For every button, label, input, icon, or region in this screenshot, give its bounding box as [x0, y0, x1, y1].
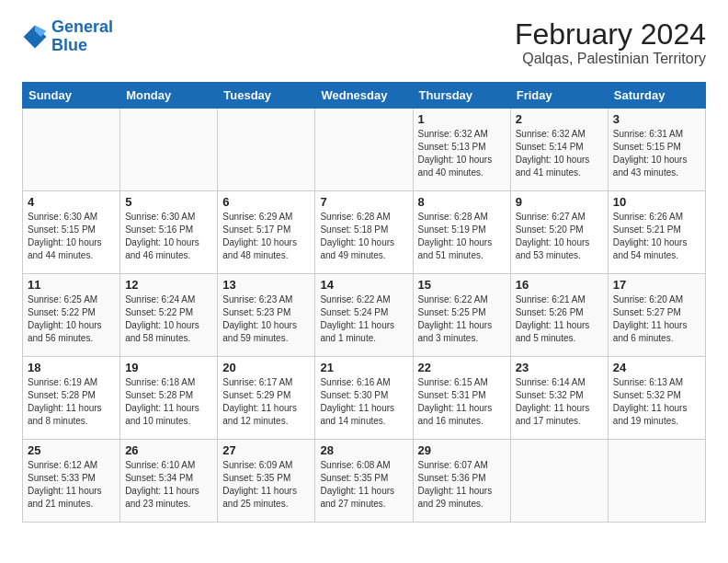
day-info: Sunrise: 6:25 AMSunset: 5:22 PMDaylight:…	[28, 293, 115, 345]
day-cell: 26Sunrise: 6:10 AMSunset: 5:34 PMDayligh…	[120, 440, 218, 523]
day-number: 18	[28, 361, 115, 374]
day-info: Sunrise: 6:30 AMSunset: 5:15 PMDaylight:…	[28, 211, 115, 262]
day-number: 21	[320, 361, 407, 374]
day-number: 13	[222, 278, 310, 292]
day-info: Sunrise: 6:17 AMSunset: 5:29 PMDaylight:…	[222, 376, 310, 428]
day-number: 19	[125, 361, 212, 374]
day-cell: 14Sunrise: 6:22 AMSunset: 5:24 PMDayligh…	[315, 274, 413, 357]
day-number: 7	[320, 195, 407, 209]
calendar-title: February 2024	[515, 18, 706, 51]
day-info: Sunrise: 6:28 AMSunset: 5:19 PMDaylight:…	[418, 211, 506, 262]
header-tuesday: Tuesday	[218, 83, 315, 109]
header-thursday: Thursday	[413, 83, 510, 109]
day-info: Sunrise: 6:22 AMSunset: 5:25 PMDaylight:…	[418, 293, 506, 345]
day-info: Sunrise: 6:30 AMSunset: 5:16 PMDaylight:…	[125, 211, 212, 262]
day-number: 4	[28, 195, 115, 209]
day-number: 29	[418, 443, 506, 457]
day-info: Sunrise: 6:32 AMSunset: 5:14 PMDaylight:…	[516, 128, 603, 179]
logo-icon	[22, 24, 48, 50]
day-cell: 12Sunrise: 6:24 AMSunset: 5:22 PMDayligh…	[120, 274, 218, 357]
day-cell: 25Sunrise: 6:12 AMSunset: 5:33 PMDayligh…	[23, 440, 120, 523]
title-block: February 2024 Qalqas, Palestinian Territ…	[515, 18, 706, 67]
day-number: 22	[418, 361, 506, 374]
day-info: Sunrise: 6:23 AMSunset: 5:23 PMDaylight:…	[222, 293, 310, 345]
day-cell: 28Sunrise: 6:08 AMSunset: 5:35 PMDayligh…	[315, 440, 413, 523]
day-info: Sunrise: 6:12 AMSunset: 5:33 PMDaylight:…	[28, 459, 115, 511]
header-monday: Monday	[120, 83, 218, 109]
day-info: Sunrise: 6:22 AMSunset: 5:24 PMDaylight:…	[320, 293, 407, 345]
day-cell: 11Sunrise: 6:25 AMSunset: 5:22 PMDayligh…	[23, 274, 120, 357]
calendar-header: Sunday Monday Tuesday Wednesday Thursday…	[23, 83, 706, 109]
day-number: 9	[516, 195, 603, 209]
day-cell: 9Sunrise: 6:27 AMSunset: 5:20 PMDaylight…	[510, 191, 608, 274]
day-cell: 22Sunrise: 6:15 AMSunset: 5:31 PMDayligh…	[413, 357, 510, 440]
day-cell: 7Sunrise: 6:28 AMSunset: 5:18 PMDaylight…	[315, 191, 413, 274]
day-info: Sunrise: 6:32 AMSunset: 5:13 PMDaylight:…	[418, 128, 506, 179]
day-info: Sunrise: 6:13 AMSunset: 5:32 PMDaylight:…	[613, 376, 700, 428]
day-number: 2	[516, 112, 603, 126]
day-number: 24	[613, 361, 700, 374]
day-info: Sunrise: 6:29 AMSunset: 5:17 PMDaylight:…	[222, 211, 310, 262]
calendar-subtitle: Qalqas, Palestinian Territory	[515, 51, 706, 67]
logo: General Blue	[22, 18, 113, 55]
day-cell: 17Sunrise: 6:20 AMSunset: 5:27 PMDayligh…	[608, 274, 705, 357]
week-row-3: 18Sunrise: 6:19 AMSunset: 5:28 PMDayligh…	[23, 357, 706, 440]
day-info: Sunrise: 6:24 AMSunset: 5:22 PMDaylight:…	[125, 293, 212, 345]
day-number: 5	[125, 195, 212, 209]
day-info: Sunrise: 6:27 AMSunset: 5:20 PMDaylight:…	[516, 211, 603, 262]
day-cell	[218, 109, 315, 191]
day-cell: 6Sunrise: 6:29 AMSunset: 5:17 PMDaylight…	[218, 191, 315, 274]
day-cell: 4Sunrise: 6:30 AMSunset: 5:15 PMDaylight…	[23, 191, 120, 274]
day-number: 26	[125, 443, 212, 457]
header-saturday: Saturday	[608, 83, 705, 109]
day-cell: 18Sunrise: 6:19 AMSunset: 5:28 PMDayligh…	[23, 357, 120, 440]
day-cell: 23Sunrise: 6:14 AMSunset: 5:32 PMDayligh…	[510, 357, 608, 440]
day-number: 23	[516, 361, 603, 374]
day-number: 6	[222, 195, 310, 209]
day-cell: 3Sunrise: 6:31 AMSunset: 5:15 PMDaylight…	[608, 109, 705, 191]
week-row-4: 25Sunrise: 6:12 AMSunset: 5:33 PMDayligh…	[23, 440, 706, 523]
day-info: Sunrise: 6:26 AMSunset: 5:21 PMDaylight:…	[613, 211, 700, 262]
header-wednesday: Wednesday	[315, 83, 413, 109]
day-number: 3	[613, 112, 700, 126]
day-cell	[510, 440, 608, 523]
day-cell: 1Sunrise: 6:32 AMSunset: 5:13 PMDaylight…	[413, 109, 510, 191]
day-cell: 27Sunrise: 6:09 AMSunset: 5:35 PMDayligh…	[218, 440, 315, 523]
page-header: General Blue February 2024 Qalqas, Pales…	[22, 18, 706, 67]
day-number: 1	[418, 112, 506, 126]
day-number: 27	[222, 443, 310, 457]
day-info: Sunrise: 6:16 AMSunset: 5:30 PMDaylight:…	[320, 376, 407, 428]
header-friday: Friday	[510, 83, 608, 109]
header-row: Sunday Monday Tuesday Wednesday Thursday…	[23, 83, 706, 109]
logo-line2: Blue	[51, 36, 87, 54]
day-info: Sunrise: 6:08 AMSunset: 5:35 PMDaylight:…	[320, 459, 407, 511]
day-cell	[23, 109, 120, 191]
logo-text: General Blue	[51, 18, 113, 55]
day-info: Sunrise: 6:14 AMSunset: 5:32 PMDaylight:…	[516, 376, 603, 428]
day-cell	[120, 109, 218, 191]
day-info: Sunrise: 6:18 AMSunset: 5:28 PMDaylight:…	[125, 376, 212, 428]
day-info: Sunrise: 6:10 AMSunset: 5:34 PMDaylight:…	[125, 459, 212, 511]
day-cell: 29Sunrise: 6:07 AMSunset: 5:36 PMDayligh…	[413, 440, 510, 523]
calendar-body: 1Sunrise: 6:32 AMSunset: 5:13 PMDaylight…	[23, 109, 706, 523]
header-sunday: Sunday	[23, 83, 120, 109]
day-number: 20	[222, 361, 310, 374]
day-info: Sunrise: 6:21 AMSunset: 5:26 PMDaylight:…	[516, 293, 603, 345]
day-number: 14	[320, 278, 407, 292]
day-info: Sunrise: 6:07 AMSunset: 5:36 PMDaylight:…	[418, 459, 506, 511]
day-number: 28	[320, 443, 407, 457]
day-cell: 13Sunrise: 6:23 AMSunset: 5:23 PMDayligh…	[218, 274, 315, 357]
logo-line1: General	[51, 17, 113, 36]
day-number: 15	[418, 278, 506, 292]
day-info: Sunrise: 6:28 AMSunset: 5:18 PMDaylight:…	[320, 211, 407, 262]
day-cell: 20Sunrise: 6:17 AMSunset: 5:29 PMDayligh…	[218, 357, 315, 440]
day-cell: 16Sunrise: 6:21 AMSunset: 5:26 PMDayligh…	[510, 274, 608, 357]
day-cell: 15Sunrise: 6:22 AMSunset: 5:25 PMDayligh…	[413, 274, 510, 357]
day-cell: 24Sunrise: 6:13 AMSunset: 5:32 PMDayligh…	[608, 357, 705, 440]
day-number: 17	[613, 278, 700, 292]
day-info: Sunrise: 6:20 AMSunset: 5:27 PMDaylight:…	[613, 293, 700, 345]
week-row-2: 11Sunrise: 6:25 AMSunset: 5:22 PMDayligh…	[23, 274, 706, 357]
calendar-table: Sunday Monday Tuesday Wednesday Thursday…	[22, 82, 706, 523]
day-cell	[315, 109, 413, 191]
day-number: 11	[28, 278, 115, 292]
